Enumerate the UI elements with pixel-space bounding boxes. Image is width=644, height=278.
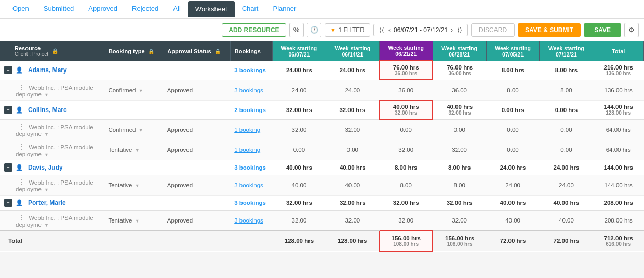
detail-total-collins-1: 64.00 hrs (593, 140, 644, 160)
tab-approved[interactable]: Approved (81, 1, 125, 18)
group-expand-btn-collins[interactable]: − (4, 106, 12, 114)
total-week-3: 156.00 hrs 108.00 hrs (433, 231, 486, 251)
detail-week-1: 0.00 (326, 140, 379, 160)
total-row: Total 128.00 hrs 128.00 hrs 156.00 hrs 1… (0, 231, 644, 251)
detail-bookings-adams-0: 3 bookings (230, 80, 272, 100)
group-bookings-collins: 2 bookings (230, 100, 272, 119)
col-header-resource: − Resource Client : Project 🔒 (0, 41, 104, 61)
detail-menu-btn-collins-0[interactable]: ⋮ (16, 122, 27, 131)
detail-week-1: 32.00 (326, 119, 379, 140)
detail-week-5: 24.00 (540, 175, 593, 195)
nav-first-button[interactable]: ⟨⟨ (378, 26, 385, 34)
group-expand-btn-davis[interactable]: − (4, 163, 12, 172)
filter-icon: ▼ (330, 26, 337, 34)
filter-label: 1 FILTER (339, 26, 365, 34)
detail-week-4: 0.00 (486, 119, 540, 140)
total-label: Total (0, 231, 272, 251)
col-header-approval: Approval Status 🔒 (163, 41, 230, 61)
col-header-week-5: Week starting 07/12/21 (540, 41, 593, 61)
detail-row-adams-0: ⋮ Webb Inc. : PSA module deployme ▼ Conf… (0, 80, 644, 100)
group-total-adams: 216.00 hrs 136.00 hrs (593, 61, 644, 80)
detail-booking-type-collins-1: Tentative ▼ (104, 140, 163, 160)
detail-week-4: 0.00 (486, 140, 540, 160)
percent-button[interactable]: % (289, 23, 304, 37)
detail-week-4: 8.00 (486, 80, 540, 100)
save-submit-button[interactable]: SAVE & SUBMIT (518, 23, 581, 37)
tab-all[interactable]: All (166, 1, 187, 18)
detail-week-0: 0.00 (272, 140, 326, 160)
group-week-5: 8.00 hrs (540, 61, 593, 80)
detail-booking-type-adams-0: Confirmed ▼ (104, 80, 163, 100)
expand-all-button[interactable]: − (4, 47, 12, 55)
col-header-week-3: Week starting 06/28/21 (433, 41, 486, 61)
group-week-3: 32.00 hrs (433, 195, 486, 210)
detail-approval-collins-0: Approved (163, 119, 230, 140)
group-week-0: 32.00 hrs (272, 195, 326, 210)
toolbar: ADD RESOURCE % 🕐 ▼ 1 FILTER ⟨⟨ ‹ 06/07/2… (0, 19, 644, 41)
detail-row-davis-0: ⋮ Webb Inc. : PSA module deployme ▼ Tent… (0, 175, 644, 195)
group-week-5: 24.00 hrs (540, 160, 593, 175)
save-button[interactable]: SAVE (584, 23, 621, 37)
group-approval-porter (163, 195, 230, 210)
group-booking-type-collins (104, 100, 163, 119)
total-week-1: 128.00 hrs (326, 231, 379, 251)
tab-submitted[interactable]: Submitted (36, 1, 82, 18)
person-icon: 👤 (16, 164, 23, 171)
group-week-0: 24.00 hrs (272, 61, 326, 80)
col-header-week-4: Week starting 07/05/21 (486, 41, 540, 61)
detail-row-collins-0: ⋮ Webb Inc. : PSA module deployme ▼ Conf… (0, 119, 644, 140)
detail-project-collins-1: ⋮ Webb Inc. : PSA module deployme ▼ (0, 140, 104, 160)
group-name-davis[interactable]: Davis, Judy (28, 164, 63, 171)
group-expand-btn-adams[interactable]: − (4, 66, 12, 74)
settings-button[interactable]: ⚙ (624, 23, 639, 37)
group-resource-cell: − 👤 Davis, Judy (0, 160, 104, 175)
group-name-adams[interactable]: Adams, Mary (28, 66, 67, 74)
detail-approval-collins-1: Approved (163, 140, 230, 160)
group-name-porter[interactable]: Porter, Marie (28, 199, 66, 206)
group-week-4: 40.00 hrs (486, 195, 540, 210)
detail-menu-btn-collins-1[interactable]: ⋮ (16, 143, 27, 151)
detail-menu-btn-adams-0[interactable]: ⋮ (16, 83, 27, 91)
nav-next-button[interactable]: › (450, 26, 454, 34)
tab-open[interactable]: Open (5, 1, 36, 18)
group-week-2: 32.00 hrs (379, 195, 433, 210)
detail-row-porter-0: ⋮ Webb Inc. : PSA module deployme ▼ Tent… (0, 210, 644, 231)
group-name-collins[interactable]: Collins, Marc (28, 106, 67, 114)
detail-booking-type-davis-0: Tentative ▼ (104, 175, 163, 195)
detail-week-2: 8.00 (379, 175, 433, 195)
tab-rejected[interactable]: Rejected (125, 1, 166, 18)
detail-bookings-porter-0: 3 bookings (230, 210, 272, 231)
group-week-4: 0.00 hrs (486, 100, 540, 119)
detail-total-porter-0: 208.00 hrs (593, 210, 644, 231)
col-header-week-0: Week starting 06/07/21 (272, 41, 326, 61)
filter-button[interactable]: ▼ 1 FILTER (325, 23, 370, 37)
group-expand-btn-porter[interactable]: − (4, 199, 12, 207)
group-week-3: 76.00 hrs 36.00 hrs (433, 61, 486, 80)
total-week-2: 156.00 hrs 108.00 hrs (379, 231, 433, 251)
detail-week-0: 24.00 (272, 80, 326, 100)
detail-menu-btn-davis-0[interactable]: ⋮ (16, 178, 27, 186)
group-week-4: 24.00 hrs (486, 160, 540, 175)
tab-worksheet[interactable]: Worksheet (188, 1, 235, 17)
detail-week-2: 0.00 (379, 119, 433, 140)
add-resource-button[interactable]: ADD RESOURCE (222, 23, 286, 37)
date-navigator: ⟨⟨ ‹ 06/07/21 - 07/12/21 › ⟩⟩ (373, 24, 468, 36)
nav-last-button[interactable]: ⟩⟩ (456, 26, 463, 34)
tab-chart[interactable]: Chart (235, 1, 266, 18)
group-total-porter: 208.00 hrs (593, 195, 644, 210)
group-approval-davis (163, 160, 230, 175)
tab-planner[interactable]: Planner (265, 1, 303, 18)
clock-button[interactable]: 🕐 (307, 23, 321, 37)
detail-week-5: 0.00 (540, 119, 593, 140)
tabs-bar: Open Submitted Approved Rejected All Wor… (0, 0, 644, 19)
detail-week-1: 24.00 (326, 80, 379, 100)
discard-button[interactable]: DISCARD (471, 23, 515, 37)
group-total-davis: 144.00 hrs (593, 160, 644, 175)
detail-total-adams-0: 136.00 hrs (593, 80, 644, 100)
person-icon: 👤 (16, 106, 23, 114)
group-booking-type-adams (104, 61, 163, 80)
col-header-total: Total (593, 41, 644, 61)
detail-menu-btn-porter-0[interactable]: ⋮ (16, 213, 27, 221)
col-header-week-2: Week starting 06/21/21 (379, 41, 433, 61)
nav-prev-button[interactable]: ‹ (387, 26, 392, 34)
